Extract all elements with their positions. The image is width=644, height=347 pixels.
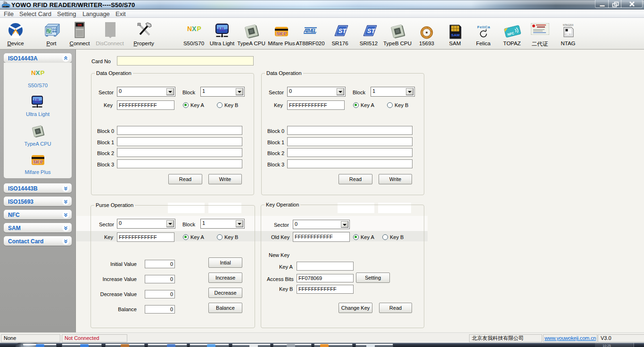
- svg-text:X: X: [36, 69, 40, 76]
- svg-text:SAM: SAM: [451, 33, 460, 37]
- svg-text:ATMEL: ATMEL: [303, 28, 317, 33]
- svg-text:ST: ST: [367, 27, 376, 34]
- svg-text:ST: ST: [339, 27, 347, 34]
- svg-text:N: N: [187, 25, 192, 33]
- svg-text:UL: UL: [34, 98, 40, 103]
- svg-text:FeliCa: FeliCa: [477, 25, 490, 29]
- svg-text:MFP: MFP: [33, 159, 43, 165]
- svg-text:OK: OK: [78, 24, 83, 26]
- svg-text:P: P: [197, 25, 201, 33]
- svg-text:X: X: [192, 25, 197, 33]
- svg-text:NFC TAG: NFC TAG: [565, 33, 572, 35]
- svg-text:N: N: [31, 69, 36, 76]
- svg-text:MFP: MFP: [276, 31, 287, 36]
- svg-text:NTAG203: NTAG203: [563, 24, 573, 26]
- svg-text:P: P: [41, 69, 45, 76]
- svg-text:UL: UL: [218, 26, 225, 32]
